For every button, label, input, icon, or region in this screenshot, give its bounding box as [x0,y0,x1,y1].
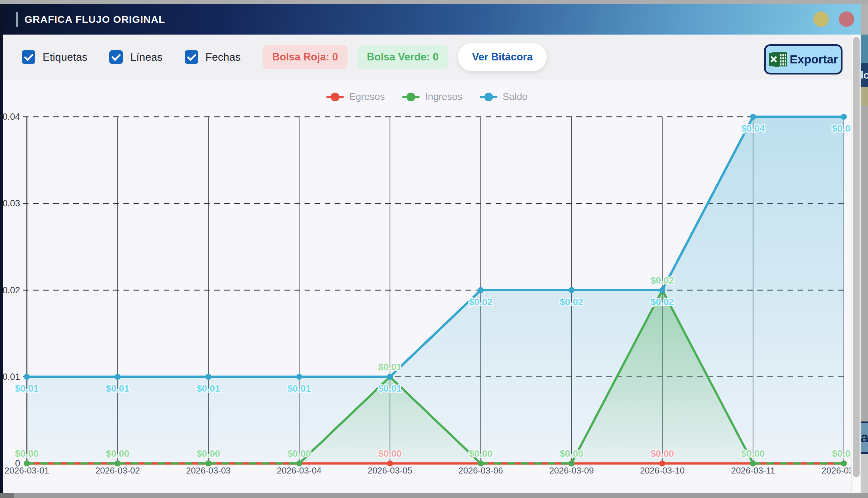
checkmark-icon [187,51,196,61]
svg-text:$0.01: $0.01 [15,383,39,394]
svg-text:$0.00: $0.00 [106,448,130,459]
checkbox-group-fechas: Fechas [185,50,241,64]
svg-text:$0.00: $0.00 [741,448,765,459]
svg-text:0.03: 0.03 [2,198,20,208]
titlebar-circle-yellow[interactable] [813,11,829,27]
svg-text:$0.00: $0.00 [196,448,220,459]
titlebar-circle-red[interactable] [839,11,854,27]
svg-text:$0.00: $0.00 [378,448,402,459]
svg-text:2026-03-09: 2026-03-09 [550,466,594,475]
legend-marker-egresos [326,96,344,98]
svg-text:$0.02: $0.02 [651,275,674,286]
toolbar: Etiquetas Líneas Fechas Bolsa Roja: 0 Bo… [3,35,851,80]
svg-text:$0.01: $0.01 [287,383,311,394]
title-accent-bar [16,12,18,27]
svg-text:2026-03-01: 2026-03-01 [5,466,49,475]
legend-item-ingresos[interactable]: Ingresos [402,91,462,102]
svg-text:$0.02: $0.02 [560,297,583,307]
background-window-sliver-gray [860,106,868,421]
svg-text:2026-03-03: 2026-03-03 [186,466,231,475]
svg-text:0.04: 0.04 [2,112,20,122]
legend-dot-ingresos [407,93,415,101]
top-window-edge [0,0,868,4]
background-text-fragment: a [860,430,868,446]
svg-text:$0.01: $0.01 [196,383,220,394]
svg-text:$0.02: $0.02 [469,297,492,307]
bottom-edge-dark-block [0,493,14,498]
checkbox-lineas[interactable] [109,50,123,64]
legend-label-egresos: Egresos [349,91,385,102]
svg-text:$0.04: $0.04 [741,123,765,133]
checkbox-etiquetas[interactable] [22,50,35,64]
svg-text:2026-03-02: 2026-03-02 [95,466,140,475]
background-window-sliver-teal [860,35,868,63]
svg-text:$0.01: $0.01 [378,362,402,372]
checkmark-icon [112,51,121,61]
excel-icon [769,52,787,67]
page-title: GRAFICA FLUJO ORIGINAL [25,14,165,25]
svg-text:$0.01: $0.01 [378,383,402,394]
bottom-window-edge [0,493,868,498]
scrollbar-thumb[interactable] [853,37,859,477]
legend-item-egresos[interactable]: Egresos [326,91,385,102]
y-axis-labels: 00.010.020.030.04 [2,112,20,469]
checkbox-group-lineas: Líneas [109,50,162,64]
bolsa-verde-badge: Bolsa Verde: 0 [357,45,448,69]
x-axis-labels: 2026-03-012026-03-022026-03-032026-03-04… [5,466,866,475]
svg-text:$0.00: $0.00 [15,448,39,459]
background-window-sliver-lightgray [860,454,868,493]
checkbox-group-etiquetas: Etiquetas [22,50,87,64]
background-window-left-sliver [0,4,3,493]
svg-text:2026-03-04: 2026-03-04 [277,466,322,475]
chart-legend: Egresos Ingresos Saldo [3,91,851,102]
svg-text:0.01: 0.01 [2,372,20,382]
checkbox-fechas-label: Fechas [206,51,241,63]
excel-grid-shape [778,52,787,66]
export-button[interactable]: Exportar [764,44,842,75]
bolsa-roja-badge: Bolsa Roja: 0 [262,45,347,69]
svg-text:0.02: 0.02 [2,285,20,295]
background-text-fragment: lo [860,69,868,81]
ver-bitacora-button[interactable]: Ver Bitácora [458,43,547,71]
checkbox-fechas[interactable] [185,50,198,64]
svg-text:$0.00: $0.00 [469,448,492,459]
legend-dot-saldo [484,93,493,101]
checkmark-icon [24,51,33,61]
background-window-sliver-khaki [860,87,868,106]
legend-dot-egresos [331,93,339,101]
svg-text:$0.00: $0.00 [560,448,583,459]
checkbox-lineas-label: Líneas [130,51,162,63]
app-window: GRAFICA FLUJO ORIGINAL Etiquetas Líneas … [0,0,868,498]
background-window-sliver-navy: lo [860,63,868,87]
checkbox-etiquetas-label: Etiquetas [43,51,87,63]
background-window-right-edge: lo a [860,4,868,493]
legend-item-saldo[interactable]: Saldo [480,91,528,102]
legend-marker-ingresos [402,96,420,98]
titlebar: GRAFICA FLUJO ORIGINAL [3,4,860,35]
svg-text:$0.00: $0.00 [651,448,674,459]
background-window-sliver-gray [860,4,868,35]
svg-text:2026-03-11: 2026-03-11 [731,466,775,475]
legend-marker-saldo [480,96,497,98]
excel-book-shape [769,52,779,67]
legend-label-saldo: Saldo [503,91,528,102]
export-button-label: Exportar [790,53,838,66]
svg-text:$0.02: $0.02 [651,297,674,307]
legend-label-ingresos: Ingresos [425,91,462,102]
svg-text:2026-03-05: 2026-03-05 [368,466,412,475]
svg-text:2026-03-10: 2026-03-10 [640,466,684,475]
svg-text:2026-03-06: 2026-03-06 [459,466,503,475]
vertical-scrollbar[interactable] [851,35,860,493]
background-window-sliver-steelblue: a [860,421,868,454]
svg-text:$0.00: $0.00 [287,448,311,459]
svg-text:$0.01: $0.01 [106,383,130,394]
